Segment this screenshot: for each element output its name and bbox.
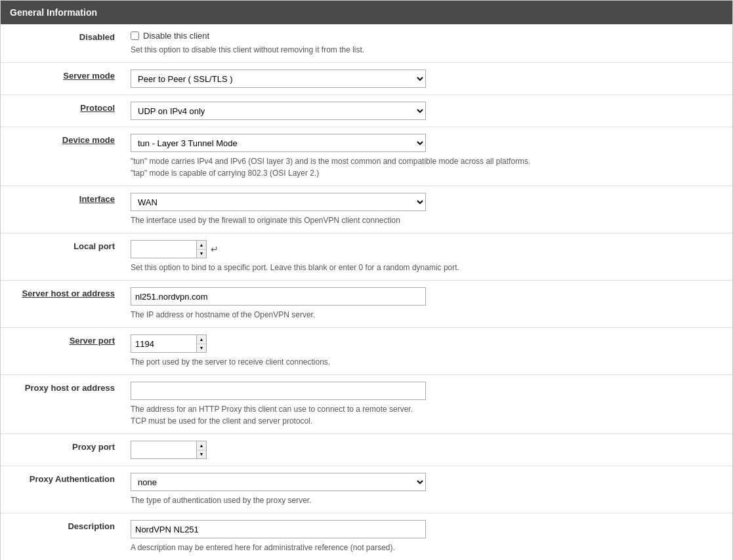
label-device-mode: Device mode <box>1 127 125 186</box>
checkbox-row-disabled: Disable this client <box>131 31 722 41</box>
description-help: A description may be entered here for ad… <box>131 542 722 553</box>
row-proxy-port: Proxy port ▲ ▼ <box>1 434 732 466</box>
disabled-checkbox[interactable] <box>131 31 139 40</box>
value-device-mode: tun - Layer 3 Tunnel Mode tap - Layer 2 … <box>125 127 732 186</box>
server-host-description: The IP address or hostname of the OpenVP… <box>131 309 722 321</box>
proxy-host-description: The address for an HTTP Proxy this clien… <box>131 403 722 427</box>
proxy-auth-select[interactable]: none basic ntlm <box>131 473 426 491</box>
proxy-host-input[interactable] <box>131 382 426 400</box>
label-server-port: Server port <box>1 328 125 375</box>
value-server-mode: Peer to Peer ( SSL/TLS ) Peer to Peer ( … <box>125 63 732 95</box>
local-port-enter-icon[interactable]: ↵ <box>211 244 219 254</box>
device-mode-description: "tun" mode carries IPv4 and IPv6 (OSI la… <box>131 155 722 179</box>
value-server-host: The IP address or hostname of the OpenVP… <box>125 281 732 328</box>
label-server-mode: Server mode <box>1 63 125 95</box>
proxy-port-down[interactable]: ▼ <box>197 450 206 459</box>
local-port-spinner: ▲ ▼ <box>131 240 207 258</box>
row-server-host: Server host or address The IP address or… <box>1 281 732 328</box>
proxy-port-spin-wrap: ▲ ▼ <box>196 441 207 459</box>
row-local-port: Local port ▲ ▼ ↵ Set this option to bind… <box>1 233 732 281</box>
label-disabled: Disabled <box>1 24 125 63</box>
label-proxy-auth: Proxy Authentication <box>1 466 125 513</box>
local-port-spin-wrap: ▲ ▼ <box>196 240 207 258</box>
value-proxy-host: The address for an HTTP Proxy this clien… <box>125 375 732 434</box>
label-server-host: Server host or address <box>1 281 125 328</box>
value-disabled: Disable this client Set this option to d… <box>125 24 732 63</box>
row-description: Description A description may be entered… <box>1 513 732 561</box>
disabled-checkbox-label[interactable]: Disable this client <box>143 31 209 41</box>
server-port-down[interactable]: ▼ <box>197 344 206 353</box>
value-proxy-auth: none basic ntlm The type of authenticati… <box>125 466 732 513</box>
row-proxy-host: Proxy host or address The address for an… <box>1 375 732 434</box>
local-port-input[interactable] <box>131 240 196 258</box>
value-interface: WAN LAN OPT1 The interface used by the f… <box>125 186 732 233</box>
label-description: Description <box>1 513 125 561</box>
row-proxy-auth: Proxy Authentication none basic ntlm The… <box>1 466 732 513</box>
value-local-port: ▲ ▼ ↵ Set this option to bind to a speci… <box>125 233 732 281</box>
row-protocol: Protocol UDP on IPv4 only TCP on IPv4 on… <box>1 95 732 127</box>
interface-select[interactable]: WAN LAN OPT1 <box>131 193 426 211</box>
value-description: A description may be entered here for ad… <box>125 513 732 561</box>
label-proxy-port: Proxy port <box>1 434 125 466</box>
proxy-port-input[interactable] <box>131 441 196 459</box>
proxy-auth-description: The type of authentication used by the p… <box>131 494 722 506</box>
disabled-description: Set this option to disable this client w… <box>131 44 722 56</box>
value-protocol: UDP on IPv4 only TCP on IPv4 only UDP on… <box>125 95 732 127</box>
local-port-down[interactable]: ▼ <box>197 250 206 258</box>
label-local-port: Local port <box>1 233 125 281</box>
label-interface: Interface <box>1 186 125 233</box>
server-port-description: The port used by the server to receive c… <box>131 356 722 368</box>
value-proxy-port: ▲ ▼ <box>125 434 732 466</box>
protocol-select[interactable]: UDP on IPv4 only TCP on IPv4 only UDP on… <box>131 102 426 120</box>
description-input[interactable] <box>131 520 426 538</box>
server-mode-select[interactable]: Peer to Peer ( SSL/TLS ) Peer to Peer ( … <box>131 70 426 88</box>
label-proxy-host: Proxy host or address <box>1 375 125 434</box>
local-port-up[interactable]: ▲ <box>197 241 206 250</box>
row-server-port: Server port ▲ ▼ The port used by the ser… <box>1 328 732 375</box>
row-disabled: Disabled Disable this client Set this op… <box>1 24 732 63</box>
server-port-input[interactable] <box>131 334 196 353</box>
local-port-description: Set this option to bind to a specific po… <box>131 262 722 273</box>
form-table: Disabled Disable this client Set this op… <box>1 24 732 560</box>
server-port-spin-wrap: ▲ ▼ <box>196 334 207 353</box>
proxy-port-up[interactable]: ▲ <box>197 441 206 450</box>
interface-description: The interface used by the firewall to or… <box>131 214 722 226</box>
row-device-mode: Device mode tun - Layer 3 Tunnel Mode ta… <box>1 127 732 186</box>
proxy-port-spinner: ▲ ▼ <box>131 441 722 459</box>
local-port-wrap: ▲ ▼ ↵ <box>131 240 722 258</box>
row-server-mode: Server mode Peer to Peer ( SSL/TLS ) Pee… <box>1 63 732 95</box>
device-mode-select[interactable]: tun - Layer 3 Tunnel Mode tap - Layer 2 … <box>131 134 426 152</box>
server-host-input[interactable] <box>131 287 426 306</box>
general-information-panel: General Information Disabled Disable thi… <box>0 0 733 560</box>
panel-title: General Information <box>1 1 732 24</box>
label-protocol: Protocol <box>1 95 125 127</box>
row-interface: Interface WAN LAN OPT1 The interface use… <box>1 186 732 233</box>
value-server-port: ▲ ▼ The port used by the server to recei… <box>125 328 732 375</box>
server-port-up[interactable]: ▲ <box>197 335 206 344</box>
server-port-spinner: ▲ ▼ <box>131 334 722 353</box>
